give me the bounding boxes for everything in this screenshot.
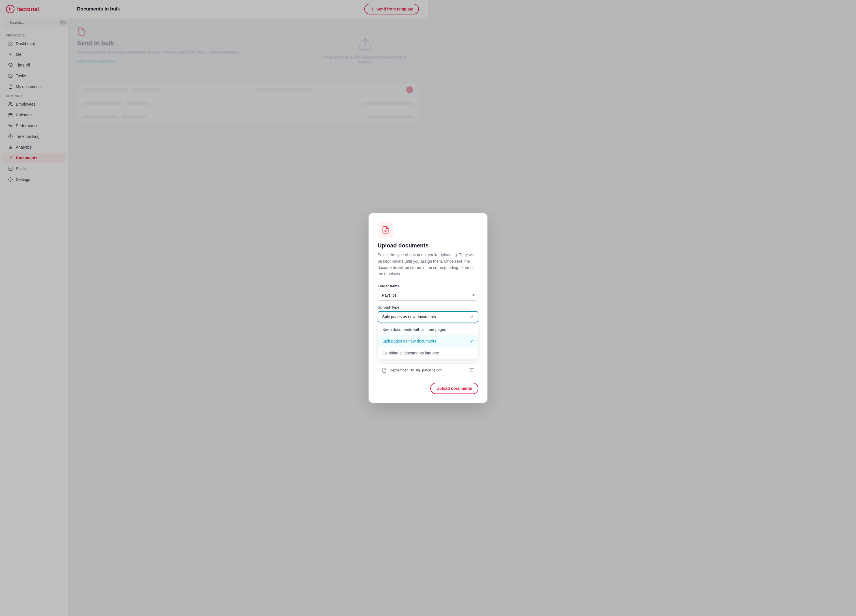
upload-doc-icon: [382, 226, 390, 234]
modal-description: Select the type of document you're uploa…: [377, 252, 428, 277]
folder-select-wrapper[interactable]: Payslips: [377, 290, 428, 300]
folder-select[interactable]: Payslips: [377, 290, 428, 300]
upload-type-group: Upload Type Split pages as new documents…: [377, 305, 428, 308]
upload-documents-modal: Upload documents Select the type of docu…: [368, 213, 428, 308]
folder-name-label: Folder name: [377, 284, 428, 288]
folder-name-group: Folder name Payslips: [377, 284, 428, 300]
modal-overlay[interactable]: Upload documents Select the type of docu…: [0, 0, 428, 308]
upload-type-label: Upload Type: [377, 305, 428, 308]
modal-title: Upload documents: [377, 242, 428, 249]
modal-icon-wrapper: [377, 222, 393, 238]
